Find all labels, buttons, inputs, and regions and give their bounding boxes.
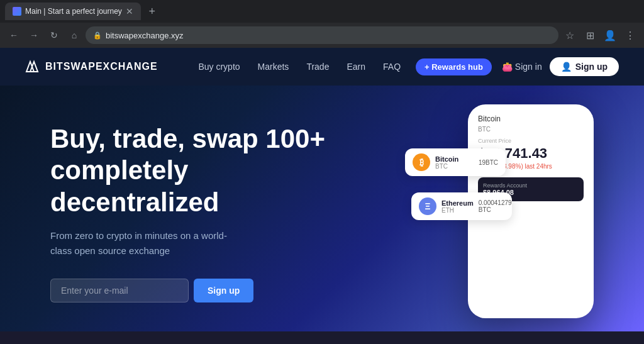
eth-name: Ethereum xyxy=(441,199,474,207)
extension-icon[interactable]: ⊞ xyxy=(581,26,599,44)
btc-value: 19BTC xyxy=(479,159,498,166)
eth-value: 0.00041279 BTC xyxy=(479,199,512,213)
ethereum-card: Ξ Ethereum ETH 0.00041279 BTC xyxy=(411,192,512,220)
nav-markets[interactable]: Markets xyxy=(258,62,289,72)
phone-mockup-container: Bitcoin BTC Current Price $19,741.43 -78… xyxy=(405,98,606,331)
signup-button[interactable]: 👤 Sign up xyxy=(550,57,619,76)
hero-title: Buy, trade, swap 100+ completely decentr… xyxy=(50,123,352,218)
reload-button[interactable]: ↻ xyxy=(45,26,63,44)
active-tab[interactable]: Main | Start a perfect journey ✕ xyxy=(5,3,141,20)
phone-price-label: Current Price xyxy=(478,138,584,144)
menu-icon[interactable]: ⋮ xyxy=(621,26,639,44)
forward-button[interactable]: → xyxy=(25,26,43,44)
logo[interactable]: BITSWAPEXCHANGE xyxy=(25,59,158,74)
back-button[interactable]: ← xyxy=(5,26,23,44)
tab-close-button[interactable]: ✕ xyxy=(126,6,133,16)
eth-symbol: ETH xyxy=(441,207,474,214)
nav-faq[interactable]: FAQ xyxy=(383,62,401,72)
nav-auth: 👛 Sign in 👤 Sign up xyxy=(502,57,619,76)
hero-subtitle: From zero to crypto in minutes on a worl… xyxy=(50,228,239,258)
nav-trade[interactable]: Trade xyxy=(306,62,329,72)
user-icon: 👤 xyxy=(561,62,572,72)
navbar: BITSWAPEXCHANGE Buy crypto Markets Trade… xyxy=(0,48,644,86)
eth-info: Ethereum ETH xyxy=(441,199,474,214)
address-bar[interactable]: 🔒 bitswapexchange.xyz xyxy=(86,26,558,44)
hero-form: Sign up xyxy=(50,279,352,302)
home-button[interactable]: ⌂ xyxy=(65,26,83,44)
hero-signup-button[interactable]: Sign up xyxy=(194,279,253,302)
browser-toolbar: ← → ↻ ⌂ 🔒 bitswapexchange.xyz ☆ ⊞ 👤 ⋮ xyxy=(0,23,644,48)
btc-name: Bitcoin xyxy=(435,155,474,163)
lock-icon: 🔒 xyxy=(93,31,102,40)
hero-section: Buy, trade, swap 100+ completely decentr… xyxy=(0,86,644,331)
new-tab-button[interactable]: + xyxy=(143,3,161,20)
nav-links: Buy crypto Markets Trade Earn FAQ xyxy=(198,62,401,72)
phone-coin-symbol: BTC xyxy=(478,126,584,133)
browser-chrome: Main | Start a perfect journey ✕ + ← → ↻… xyxy=(0,0,644,48)
bookmark-icon[interactable]: ☆ xyxy=(561,26,579,44)
tab-title: Main | Start a perfect journey xyxy=(25,7,122,16)
wallet-icon: 👛 xyxy=(502,62,513,72)
url-text: bitswapexchange.xyz xyxy=(106,31,551,40)
tab-favicon xyxy=(13,7,21,16)
nav-buy-crypto[interactable]: Buy crypto xyxy=(198,62,240,72)
eth-icon: Ξ xyxy=(419,197,436,215)
logo-icon xyxy=(25,59,40,74)
bitcoin-card: ₿ Bitcoin BTC 19BTC xyxy=(405,148,506,176)
tab-bar: Main | Start a perfect journey ✕ + xyxy=(0,0,644,23)
toolbar-right: ☆ ⊞ 👤 ⋮ xyxy=(561,26,639,44)
nav-earn[interactable]: Earn xyxy=(347,62,365,72)
phone-rewards-label: Rewards Account xyxy=(483,182,579,189)
btc-info: Bitcoin BTC xyxy=(435,155,474,170)
phone-coin-name: Bitcoin xyxy=(478,114,584,123)
hero-content: Buy, trade, swap 100+ completely decentr… xyxy=(50,123,352,302)
btc-icon: ₿ xyxy=(413,153,430,171)
btc-symbol: BTC xyxy=(435,163,474,170)
rewards-button[interactable]: + Rewards hub xyxy=(416,58,492,75)
signin-button[interactable]: 👛 Sign in xyxy=(502,62,542,72)
email-input[interactable] xyxy=(50,279,189,302)
page: BITSWAPEXCHANGE Buy crypto Markets Trade… xyxy=(0,48,644,331)
logo-text: BITSWAPEXCHANGE xyxy=(45,61,158,72)
profile-icon[interactable]: 👤 xyxy=(601,26,619,44)
